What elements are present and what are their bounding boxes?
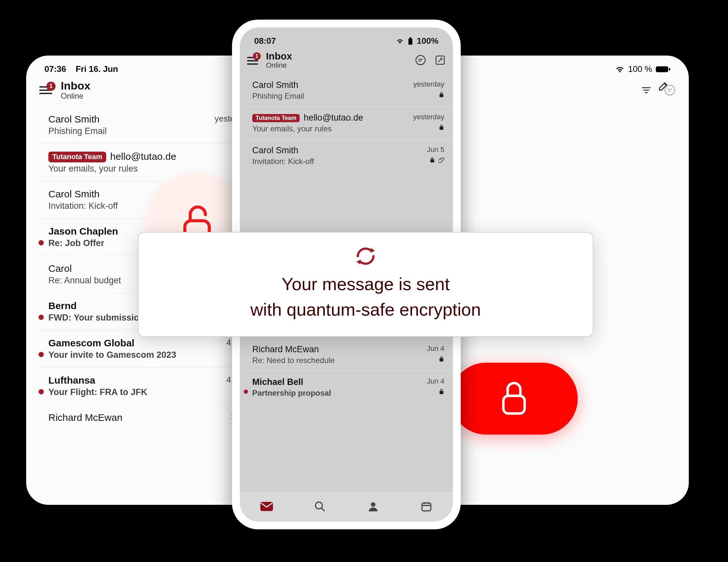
mail-subject: Your Flight: FRA to JFK (48, 387, 220, 397)
wifi-icon (615, 66, 625, 73)
mail-from: Richard McEwan (252, 344, 319, 354)
mail-from: Gamescom Global (48, 338, 134, 348)
inbox-title: Inbox (61, 79, 91, 92)
mail-item[interactable]: Tutanota Teamhello@tutao.deYour emails, … (37, 143, 246, 181)
mail-from: Lufthansa (48, 375, 95, 386)
inbox-status: Online (61, 91, 91, 101)
compose-icon[interactable] (657, 80, 670, 92)
svg-rect-5 (408, 38, 412, 44)
mail-subject: Phishing Email (252, 91, 407, 101)
nav-contacts[interactable] (363, 499, 383, 514)
mail-from: Michael Bell (252, 377, 303, 387)
mail-from: Bernd (48, 300, 77, 311)
wifi-icon (396, 38, 404, 44)
battery-icon (655, 66, 670, 73)
tablet-date: Fri 16. Jun (75, 64, 118, 74)
sync-icon (354, 244, 377, 269)
inbox-status: Online (266, 61, 292, 70)
mail-subject: Partnership proposal (252, 388, 420, 398)
mail-from: hello@tutao.de (110, 151, 176, 162)
mail-from: Carol (48, 263, 72, 274)
bottom-nav (240, 491, 453, 521)
mail-item[interactable]: Michael BellPartnership proposalJun 4 (242, 371, 451, 404)
svg-rect-4 (504, 396, 525, 413)
mail-item[interactable]: Carol SmithPhishing Emailyesterday (242, 74, 451, 107)
notification-badge: 1 (46, 82, 56, 91)
mail-from: Jason Chaplen (48, 226, 118, 237)
mail-item[interactable]: Carol SmithInvitation: Kick-offJun 5 (242, 139, 451, 172)
mail-from: Carol Smith (252, 145, 298, 155)
phone-status-bar: 08:07 100% (240, 27, 453, 49)
nav-calendar[interactable] (417, 499, 436, 514)
lock-icon (429, 157, 435, 163)
mail-subject: Your emails, your rules (252, 124, 407, 133)
notification-card: Your message is sent with quantum-safe e… (138, 232, 593, 337)
phone-inbox-header: 1 Inbox Online (240, 49, 453, 74)
sender-badge: Tutanota Team (252, 114, 300, 122)
lock-icon (438, 124, 444, 130)
card-text-line-2: with quantum-safe encryption (250, 300, 481, 319)
mail-subject: Invitation: Kick-off (252, 157, 420, 166)
mail-item[interactable]: Tutanota Teamhello@tutao.deYour emails, … (242, 107, 451, 139)
sender-badge: Tutanota Team (48, 152, 106, 162)
tablet-time: 07:36 (44, 64, 66, 74)
unread-dot-icon (39, 315, 44, 320)
mail-subject: Phishing Email (48, 126, 208, 136)
inbox-title: Inbox (266, 51, 292, 62)
mail-time: Jun 4 (427, 377, 444, 386)
svg-rect-0 (656, 66, 668, 72)
svg-rect-12 (422, 503, 431, 511)
lock-icon (438, 91, 444, 98)
mail-from: hello@tutao.de (304, 113, 363, 123)
lock-icon (496, 377, 532, 420)
svg-point-11 (371, 502, 375, 507)
notification-badge: 1 (253, 52, 261, 60)
mail-from: Richard McEwan (48, 412, 123, 423)
mail-time: Jun 5 (427, 145, 444, 154)
mail-subject: Re: Need to reschedule (252, 356, 420, 365)
mail-subject: Your emails, your rules (48, 164, 236, 174)
lock-icon (438, 355, 444, 362)
menu-button[interactable]: 1 (39, 84, 58, 97)
sort-icon[interactable] (415, 55, 426, 66)
svg-rect-1 (669, 68, 670, 71)
mail-item[interactable]: LufthansaYour Flight: FRA to JFK4 Ju (37, 367, 246, 405)
menu-button[interactable]: 1 (247, 54, 263, 67)
battery-icon (407, 37, 414, 45)
compose-icon[interactable] (435, 55, 446, 66)
mail-time: yesterday (413, 113, 444, 121)
nav-mail[interactable] (257, 499, 276, 514)
unread-dot-icon (39, 352, 44, 357)
filter-icon[interactable] (640, 84, 652, 96)
svg-rect-6 (409, 37, 411, 39)
mail-from: Carol Smith (48, 189, 100, 199)
lock-pill (450, 363, 578, 435)
phone-time: 08:07 (254, 36, 276, 46)
mail-item[interactable]: Richard McEwanRe: Need to rescheduleJun … (242, 338, 451, 371)
lock-icon (438, 388, 444, 395)
mail-subject: Your invite to Gamescom 2023 (48, 350, 220, 360)
svg-point-7 (416, 56, 425, 65)
unread-dot-icon (244, 389, 248, 394)
mail-from: Carol Smith (48, 114, 100, 124)
phone-battery-text: 100% (417, 36, 439, 46)
mail-time: yesterday (413, 80, 444, 89)
tablet-battery-text: 100 % (628, 64, 652, 74)
card-text-line-1: Your message is sent (282, 274, 450, 294)
mail-item[interactable]: Richard McEwan3 J (37, 405, 246, 430)
unread-dot-icon (39, 389, 44, 394)
mail-item[interactable]: Carol SmithPhishing Emailyesterd (37, 107, 246, 143)
nav-search[interactable] (310, 499, 330, 514)
attachment-icon (438, 157, 444, 163)
mail-time: Jun 4 (427, 344, 444, 353)
unread-dot-icon (39, 240, 44, 245)
mail-from: Carol Smith (252, 80, 298, 90)
